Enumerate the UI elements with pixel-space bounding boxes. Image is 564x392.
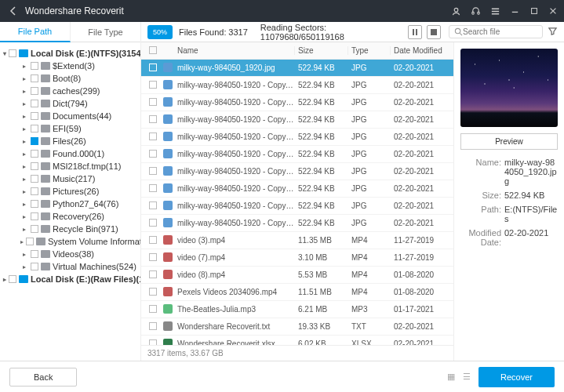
tree-item[interactable]: ▸Found.000(1) (20, 147, 137, 160)
caret-right-icon[interactable]: ▸ (20, 188, 28, 195)
back-button[interactable]: Back (9, 368, 77, 387)
file-row[interactable]: Wondershare Recoverit.txt19.33 KBTXT02-2… (141, 318, 453, 336)
row-checkbox[interactable] (149, 201, 157, 209)
user-icon[interactable] (451, 6, 461, 16)
file-row[interactable]: The-Beatles-Julia.mp36.21 MBMP301-17-202… (141, 301, 453, 318)
maximize-icon[interactable] (529, 6, 539, 16)
tree-checkbox[interactable] (31, 150, 38, 158)
caret-right-icon[interactable]: ▸ (20, 125, 28, 132)
column-date[interactable]: Date Modified (391, 46, 453, 55)
row-checkbox[interactable] (149, 288, 157, 296)
column-size[interactable]: Size (295, 46, 348, 55)
tree-item[interactable]: ▸Recovery(26) (20, 210, 137, 223)
caret-right-icon[interactable]: ▸ (20, 63, 28, 70)
folder-tree[interactable]: ▾ Local Disk (E:)(NTFS)(3154) ▸$Extend(3… (0, 42, 141, 361)
file-row[interactable]: Wondershare Recoverit.xlsx6.02 KBXLSX02-… (141, 336, 453, 345)
caret-right-icon[interactable]: ▸ (20, 263, 28, 270)
minimize-icon[interactable] (510, 6, 520, 16)
caret-right-icon[interactable]: ▸ (20, 100, 28, 107)
view-list-icon[interactable]: ☰ (463, 372, 471, 382)
tree-checkbox[interactable] (31, 187, 38, 195)
tree-item[interactable]: ▸Python27_64(76) (20, 198, 137, 210)
file-row[interactable]: video (7).mp43.10 MBMP411-27-2019 (141, 249, 453, 267)
file-row[interactable]: milky-way-984050-1920 - Copy (7).jpg522.… (141, 180, 453, 198)
file-row[interactable]: milky-way-984050-1920 - Copy (6).jpg522.… (141, 163, 453, 180)
tree-item[interactable]: ▸EFI(59) (20, 122, 137, 135)
tree-checkbox[interactable] (31, 212, 38, 220)
view-grid-icon[interactable]: ▦ (447, 372, 455, 382)
filter-icon[interactable] (548, 26, 558, 38)
caret-right-icon[interactable]: ▸ (20, 201, 28, 208)
tree-checkbox[interactable] (31, 87, 38, 95)
column-type[interactable]: Type (348, 46, 391, 55)
tree-item[interactable]: ▸Pictures(26) (20, 185, 137, 198)
tree-item[interactable]: ▸$Extend(3) (20, 60, 137, 72)
search-input[interactable] (463, 27, 533, 36)
tree-checkbox[interactable] (31, 250, 38, 258)
row-checkbox[interactable] (149, 115, 157, 123)
menu-icon[interactable] (490, 6, 500, 16)
support-icon[interactable] (471, 6, 481, 16)
caret-right-icon[interactable]: ▸ (20, 238, 24, 245)
tree-root-ntfs[interactable]: ▾ Local Disk (E:)(NTFS)(3154) (3, 47, 137, 60)
row-checkbox[interactable] (149, 219, 157, 227)
file-row[interactable]: Pexels Videos 2034096.mp411.51 MBMP401-0… (141, 284, 453, 301)
tree-checkbox[interactable] (9, 49, 16, 57)
tree-item[interactable]: ▸caches(299) (20, 85, 137, 97)
file-row[interactable]: milky-way-984050-1920 - Copy (4).jpg522.… (141, 129, 453, 146)
preview-button[interactable]: Preview (460, 133, 558, 150)
row-checkbox[interactable] (149, 81, 157, 89)
recover-button[interactable]: Recover (478, 367, 555, 387)
row-checkbox[interactable] (149, 322, 157, 330)
caret-right-icon[interactable]: ▸ (20, 163, 28, 170)
row-checkbox[interactable] (149, 184, 157, 192)
row-checkbox[interactable] (149, 150, 157, 158)
caret-right-icon[interactable]: ▸ (20, 113, 28, 120)
tree-checkbox[interactable] (31, 62, 38, 70)
file-row[interactable]: milky-way-984050-1920 - Copy.jpg522.94 K… (141, 77, 453, 94)
close-icon[interactable] (548, 6, 558, 16)
file-row[interactable]: video (8).mp45.53 MBMP401-08-2020 (141, 267, 453, 284)
row-checkbox[interactable] (149, 236, 157, 244)
tree-item[interactable]: ▸Dict(794) (20, 97, 137, 110)
tree-checkbox[interactable] (31, 263, 38, 270)
tree-item[interactable]: ▸System Volume Information(50) (20, 235, 137, 248)
search-box[interactable] (449, 25, 543, 38)
caret-right-icon[interactable]: ▸ (3, 276, 6, 283)
caret-right-icon[interactable]: ▸ (20, 88, 28, 95)
caret-right-icon[interactable]: ▸ (20, 226, 28, 233)
caret-right-icon[interactable]: ▸ (20, 151, 28, 158)
row-checkbox[interactable] (149, 305, 157, 313)
tab-file-path[interactable]: File Path (0, 22, 71, 42)
tree-item[interactable]: ▸Files(26) (20, 135, 137, 147)
column-name[interactable]: Name (174, 46, 295, 55)
row-checkbox[interactable] (149, 167, 157, 175)
tree-checkbox[interactable] (31, 200, 38, 208)
file-row[interactable]: milky-way-984050-1920 - Copy (2).jpg522.… (141, 94, 453, 111)
file-row[interactable]: milky-way-984050-1920 - Copy (3).jpg522.… (141, 111, 453, 129)
tree-checkbox[interactable] (31, 112, 38, 120)
row-checkbox[interactable] (149, 64, 157, 71)
row-checkbox[interactable] (149, 339, 157, 346)
row-checkbox[interactable] (149, 253, 157, 261)
tree-item[interactable]: ▸Music(217) (20, 172, 137, 185)
caret-down-icon[interactable]: ▾ (3, 50, 6, 57)
back-nav-icon[interactable] (6, 4, 20, 18)
file-row[interactable]: video (3).mp411.35 MBMP411-27-2019 (141, 232, 453, 249)
tree-item[interactable]: ▸Documents(44) (20, 110, 137, 122)
tree-item[interactable]: ▸Recycle Bin(971) (20, 223, 137, 235)
tree-checkbox[interactable] (31, 125, 38, 132)
tree-item[interactable]: ▸Virtual Machines(524) (20, 260, 137, 273)
tree-checkbox[interactable] (31, 74, 38, 82)
file-row[interactable]: milky-way-984050-1920 - Copy (9).jpg522.… (141, 215, 453, 232)
caret-right-icon[interactable]: ▸ (20, 75, 28, 82)
row-checkbox[interactable] (149, 98, 157, 106)
tree-item[interactable]: ▸Boot(8) (20, 72, 137, 85)
file-row[interactable]: milky-way-984050_1920.jpg522.94 KBJPG02-… (141, 60, 453, 77)
tree-checkbox[interactable] (26, 238, 34, 245)
tab-file-type[interactable]: File Type (71, 22, 141, 42)
caret-right-icon[interactable]: ▸ (20, 176, 28, 183)
tree-checkbox[interactable] (31, 137, 38, 145)
row-checkbox[interactable] (149, 270, 157, 278)
caret-right-icon[interactable]: ▸ (20, 138, 28, 145)
